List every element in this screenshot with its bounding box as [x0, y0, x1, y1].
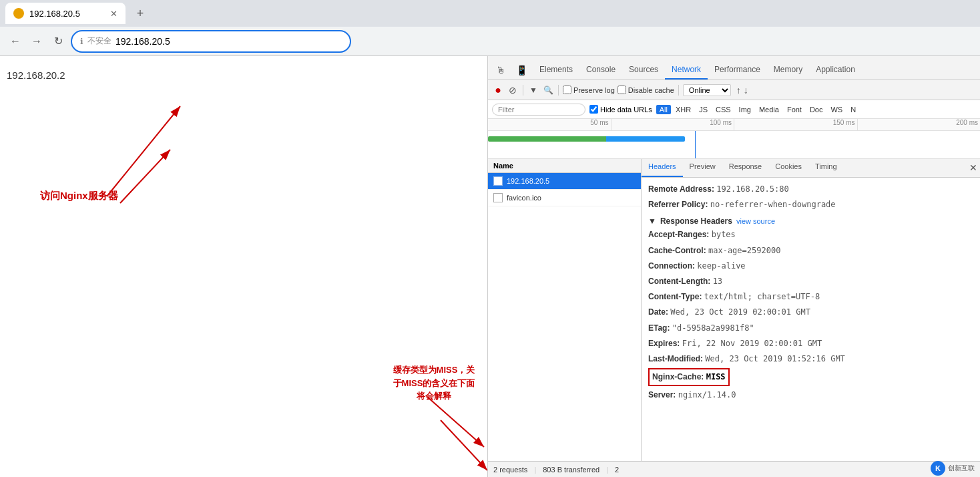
date-value: Wed, 23 Oct 2019 02:00:01 GMT — [670, 307, 810, 317]
timeline-ruler: 50 ms 100 ms 150 ms 200 ms — [488, 119, 980, 131]
filter-type-media[interactable]: Media — [756, 105, 782, 114]
annotation-cache: 缓存类型为MISS，关于MISS的含义在下面将会解释 — [381, 363, 487, 403]
arrow-to-nginx — [0, 56, 487, 477]
arrow-to-cache — [0, 56, 487, 477]
expires-key: Expires: — [648, 339, 682, 348]
detail-tabs: ✕ Headers Preview Response Cookies Timin… — [642, 159, 980, 178]
new-tab-button[interactable]: + — [131, 4, 150, 23]
preserve-log-checkbox[interactable]: Preserve log — [563, 86, 615, 94]
content-length-row: Content-Length: 13 — [648, 274, 973, 289]
timeline-vline — [695, 131, 696, 159]
logo-text: 创新互联 — [948, 464, 975, 473]
filter-type-doc[interactable]: Doc — [806, 105, 826, 114]
page-content: 192.168.20.2 访问Nginx服务器 缓存类型为MISS，关于MISS… — [0, 56, 487, 477]
preserve-log-input[interactable] — [563, 86, 571, 94]
detail-tab-preview[interactable]: Preview — [683, 159, 722, 177]
url-text: 192.168.20.5 — [115, 36, 170, 47]
detail-close-button[interactable]: ✕ — [969, 162, 977, 173]
accept-ranges-row: Accept-Ranges: bytes — [648, 227, 973, 243]
remote-address-key: Remote Address: — [648, 184, 716, 194]
request-icon-2 — [493, 193, 503, 202]
disable-cache-checkbox[interactable]: Disable cache — [618, 86, 674, 94]
filter-type-img[interactable]: Img — [736, 105, 754, 114]
filter-type-xhr[interactable]: XHR — [672, 105, 694, 114]
url-insecure-label: 不安全 — [87, 35, 111, 47]
network-list-area: Name 192.168.20.5 favicon.ico ✕ Header — [488, 159, 980, 461]
nav-forward-button[interactable]: → — [28, 33, 45, 50]
content-type-key: Content-Type: — [648, 292, 704, 301]
content-type-value: text/html; charset=UTF-8 — [704, 292, 820, 301]
detail-content: Remote Address: 192.168.20.5:80 Referrer… — [642, 178, 980, 407]
throttle-select[interactable]: Online Offline Slow 3G Fast 3G — [683, 84, 731, 96]
search-button[interactable]: 🔍 — [542, 84, 554, 96]
detail-tab-timing[interactable]: Timing — [808, 159, 844, 177]
date-key: Date: — [648, 307, 670, 317]
filter-type-css[interactable]: CSS — [712, 105, 734, 114]
filter-types: All XHR JS CSS Img Media Font Doc WS N — [656, 105, 860, 114]
tab-console[interactable]: Console — [579, 61, 622, 80]
response-headers-title: ▼ Response Headers view source — [648, 212, 973, 227]
accept-ranges-key: Accept-Ranges: — [648, 230, 712, 239]
expires-value: Fri, 22 Nov 2019 02:00:01 GMT — [682, 339, 822, 348]
content-length-value: 13 — [713, 277, 722, 286]
svg-line-6 — [427, 397, 484, 447]
filter-type-font[interactable]: Font — [784, 105, 805, 114]
device-icon[interactable]: 📱 — [511, 61, 533, 80]
record-button[interactable]: ● — [492, 84, 504, 96]
tab-application[interactable]: Application — [809, 61, 862, 80]
filter-button[interactable]: ▼ — [527, 84, 539, 96]
request-list: Name 192.168.20.5 favicon.ico — [488, 159, 642, 461]
page-ip: 192.168.20.2 — [7, 69, 65, 81]
url-bar[interactable]: ℹ 不安全 192.168.20.5 — [71, 30, 351, 53]
etag-row: ETag: "d-5958a2a9981f8" — [648, 321, 973, 336]
filter-type-n[interactable]: N — [847, 105, 859, 114]
nginx-cache-row: Nginx-Cache: MISS — [648, 368, 730, 386]
filter-type-all[interactable]: All — [656, 105, 671, 114]
referrer-policy-row: Referrer Policy: no-referrer-when-downgr… — [648, 197, 973, 212]
nav-refresh-button[interactable]: ↻ — [49, 33, 67, 50]
disable-cache-input[interactable] — [618, 86, 626, 94]
etag-value: "d-5958a2a9981f8" — [672, 323, 754, 333]
watermark: K 创新互联 — [931, 461, 975, 476]
name-column-header: Name — [493, 162, 513, 170]
hide-data-urls-checkbox[interactable]: Hide data URLs — [589, 105, 652, 114]
import-button[interactable]: ↑ — [736, 85, 741, 96]
cache-control-key: Cache-Control: — [648, 246, 708, 255]
tab-network[interactable]: Network — [665, 61, 708, 80]
resource-size: 2 — [615, 466, 619, 474]
detail-tab-headers[interactable]: Headers — [642, 159, 683, 177]
filter-type-js[interactable]: JS — [696, 105, 711, 114]
detail-tab-response[interactable]: Response — [722, 159, 769, 177]
filter-type-ws[interactable]: WS — [827, 105, 846, 114]
tab-performance[interactable]: Performance — [708, 61, 767, 80]
separator-bar2: | — [606, 466, 608, 474]
server-key: Server: — [648, 390, 678, 400]
request-name-1: 192.168.20.5 — [507, 177, 549, 185]
hide-data-urls-input[interactable] — [589, 105, 598, 114]
response-headers-triangle[interactable]: ▼ — [648, 216, 656, 226]
remote-address-row: Remote Address: 192.168.20.5:80 — [648, 182, 973, 197]
last-modified-value: Wed, 23 Oct 2019 01:52:16 GMT — [705, 354, 845, 363]
tab-close-icon[interactable]: ✕ — [110, 9, 117, 19]
browser-tab[interactable]: 192.168.20.5 ✕ — [5, 3, 126, 24]
stop-button[interactable]: ⊘ — [507, 84, 519, 96]
cache-control-row: Cache-Control: max-age=2592000 — [648, 243, 973, 259]
tab-elements[interactable]: Elements — [533, 61, 579, 80]
timeline-mark-50: 50 ms — [488, 119, 611, 130]
export-button[interactable]: ↓ — [744, 85, 748, 96]
detail-tab-cookies[interactable]: Cookies — [768, 159, 808, 177]
referrer-policy-value: no-referrer-when-downgrade — [710, 200, 836, 209]
inspect-icon[interactable]: 🖱 — [491, 61, 511, 80]
date-row: Date: Wed, 23 Oct 2019 02:00:01 GMT — [648, 305, 973, 320]
request-item-2[interactable]: favicon.ico — [488, 190, 641, 206]
tab-sources[interactable]: Sources — [622, 61, 665, 80]
timeline-mark-200: 200 ms — [858, 119, 981, 130]
request-item-1[interactable]: 192.168.20.5 — [488, 173, 641, 190]
nav-back-button[interactable]: ← — [7, 33, 24, 50]
view-source-link[interactable]: view source — [736, 217, 775, 225]
expires-row: Expires: Fri, 22 Nov 2019 02:00:01 GMT — [648, 336, 973, 351]
network-toolbar: ● ⊘ ▼ 🔍 Preserve log Disable cache Onlin… — [488, 80, 980, 100]
toolbar-separator-3 — [678, 85, 679, 96]
filter-input[interactable] — [492, 104, 585, 116]
tab-memory[interactable]: Memory — [767, 61, 809, 80]
